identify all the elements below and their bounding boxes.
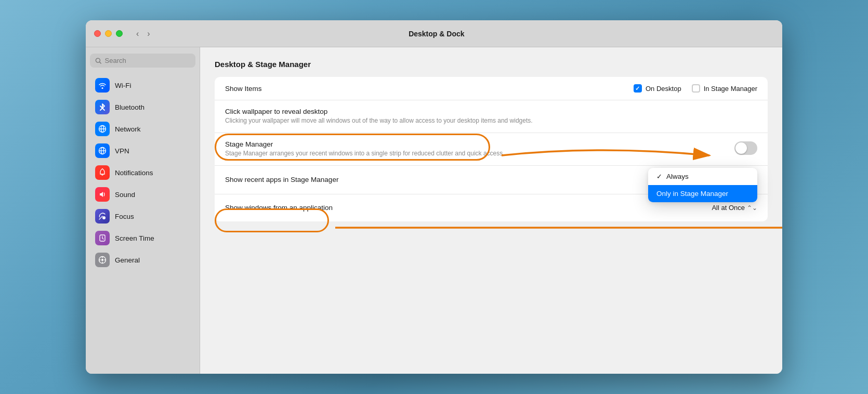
traffic-lights [94,30,123,37]
stage-manager-label: Stage Manager [225,140,724,148]
show-windows-dropdown[interactable]: All at Once ⌃⌄ [712,204,757,212]
sidebar-item-sound[interactable]: Sound [90,184,195,205]
search-input[interactable] [105,57,190,64]
sidebar-item-label-notifications: Notifications [115,169,153,177]
network-icon [95,122,110,136]
sidebar-item-focus[interactable]: Focus [90,206,195,227]
search-bar[interactable] [90,54,195,68]
sidebar-item-screentime[interactable]: Screen Time [90,228,195,248]
sidebar-item-general[interactable]: General [90,249,195,270]
search-icon [95,57,102,64]
dropdown-item-only-stage-manager-label: Only in Stage Manager [656,190,728,198]
wifi-icon [95,78,110,93]
sidebar: Wi-Fi Bluetooth Networ [86,47,200,374]
show-items-row: Show Items ✓ On Desktop In Stage Manager [215,77,768,100]
titlebar: ‹ › Desktop & Dock [86,20,782,47]
on-desktop-checkbox-box: ✓ [634,84,642,93]
minimize-button[interactable] [105,30,112,37]
dropdown-item-always[interactable]: ✓ Always [648,168,757,185]
vpn-icon [95,143,110,158]
checkbox-group: ✓ On Desktop In Stage Manager [634,84,757,93]
sidebar-item-label-sound: Sound [115,191,135,199]
wallpaper-label: Click wallpaper to reveal desktop [225,108,757,115]
sidebar-item-wifi[interactable]: Wi-Fi [90,75,195,96]
back-button[interactable]: ‹ [133,28,142,40]
wallpaper-content: Click wallpaper to reveal desktop Clicki… [225,108,757,125]
system-preferences-window: ‹ › Desktop & Dock [86,20,782,374]
sound-icon [95,187,110,202]
sidebar-item-notifications[interactable]: Notifications [90,162,195,183]
sidebar-item-label-focus: Focus [115,213,134,220]
main-content: Desktop & Stage Manager Show Items ✓ On … [200,47,782,374]
checkmark-icon: ✓ [635,85,640,92]
forward-button[interactable]: › [144,28,153,40]
show-windows-label: Show windows from an application [225,204,712,212]
section-title: Desktop & Stage Manager [215,60,768,69]
svg-point-12 [101,259,103,261]
wallpaper-sub: Clicking your wallpaper will move all wi… [225,116,757,125]
bluetooth-icon [95,100,110,114]
screentime-icon [95,231,110,245]
sidebar-item-label-screentime: Screen Time [115,234,154,242]
sidebar-item-label-wifi: Wi-Fi [115,82,131,89]
show-windows-value: All at Once [712,204,745,212]
checkmark-always-icon: ✓ [656,173,662,180]
in-stage-manager-label: In Stage Manager [704,85,757,93]
sidebar-item-network[interactable]: Network [90,119,195,139]
svg-point-9 [102,216,106,219]
stepper-icon: ⌃⌄ [747,204,757,212]
stage-manager-row: Stage Manager Stage Manager arranges you… [215,133,768,166]
nav-buttons: ‹ › [133,28,153,40]
in-stage-manager-checkbox[interactable]: In Stage Manager [692,84,757,93]
stage-manager-content: Stage Manager Stage Manager arranges you… [225,140,724,158]
toggle-knob-stage-manager [735,142,747,154]
focus-icon [95,209,110,224]
wallpaper-row: Click wallpaper to reveal desktop Clicki… [215,100,768,133]
general-icon [95,253,110,267]
maximize-button[interactable] [116,30,123,37]
window-title: Desktop & Dock [162,30,712,38]
dropdown-item-only-stage-manager[interactable]: Only in Stage Manager [648,185,757,202]
sidebar-item-vpn[interactable]: VPN [90,140,195,161]
close-button[interactable] [94,30,101,37]
sidebar-item-label-vpn: VPN [115,147,129,155]
content-area: Wi-Fi Bluetooth Networ [86,47,782,374]
sidebar-item-label-bluetooth: Bluetooth [115,103,144,111]
dropdown-item-always-label: Always [666,173,689,180]
on-desktop-label: On Desktop [646,85,681,93]
on-desktop-checkbox[interactable]: ✓ On Desktop [634,84,681,93]
notifications-icon [95,165,110,180]
in-stage-manager-checkbox-box [692,84,700,93]
sidebar-item-label-general: General [115,256,140,264]
sidebar-item-label-network: Network [115,125,141,133]
stage-manager-sub: Stage Manager arranges your recent windo… [225,149,724,158]
show-items-label: Show Items [225,85,634,93]
stage-manager-toggle[interactable] [734,141,757,155]
sidebar-item-bluetooth[interactable]: Bluetooth [90,97,195,117]
svg-line-1 [100,62,101,63]
dropdown-popup: ✓ Always Only in Stage Manager [648,168,757,202]
